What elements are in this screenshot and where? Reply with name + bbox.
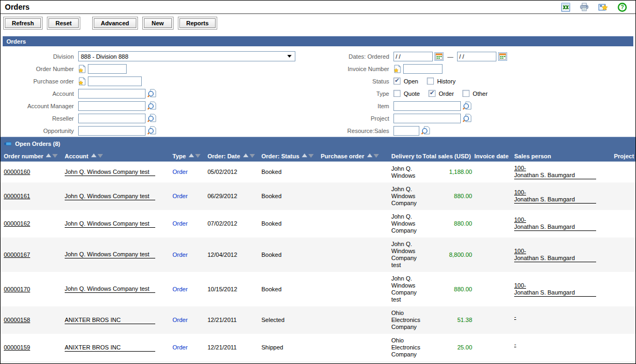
type-link[interactable]: Order xyxy=(172,169,188,175)
filter-section-header: Orders xyxy=(3,36,633,46)
sort-icons[interactable] xyxy=(91,153,103,158)
purchase-order-cell xyxy=(320,162,390,183)
account-link[interactable]: John Q. Windows Company test xyxy=(65,251,155,258)
lookup-icon[interactable] xyxy=(462,114,472,123)
lookup-icon[interactable] xyxy=(147,126,156,135)
type-other-checkbox[interactable] xyxy=(462,90,469,97)
account-link[interactable]: John Q. Windows Company test xyxy=(65,193,155,200)
division-select[interactable]: 888 - Division 888 xyxy=(78,51,295,61)
new-button[interactable]: New xyxy=(144,18,172,28)
order-number-link[interactable]: 00000159 xyxy=(4,344,30,351)
date-to-input[interactable] xyxy=(457,52,496,61)
type-quote-checkbox[interactable] xyxy=(393,90,400,97)
sales-person-link[interactable]: - xyxy=(514,341,612,355)
account-link[interactable]: ANIXTER BROS INC xyxy=(65,317,155,324)
sales-person-link[interactable]: - xyxy=(514,313,612,327)
order-number-link[interactable]: 00000161 xyxy=(4,193,30,199)
total-sales-cell: 1,188.00 xyxy=(421,162,473,183)
sort-desc-icon xyxy=(374,154,379,158)
sales-person-link[interactable]: 100-Jonathan S. Baumgard xyxy=(514,248,612,262)
account-link[interactable]: John Q. Windows Company test xyxy=(65,169,155,176)
type-link[interactable]: Order xyxy=(172,286,188,292)
reseller-input[interactable] xyxy=(78,114,146,123)
order-date-cell: 11/29/2012 xyxy=(206,361,260,364)
table-header-row: Order number Account Type Order: Date Or… xyxy=(1,150,635,162)
delivery-to-cell: 22nd Century Enterprises xyxy=(390,361,421,364)
total-sales-cell: 51.38 xyxy=(421,306,473,334)
table-row: 00000162 John Q. Windows Company test Or… xyxy=(1,210,635,237)
order-number-link[interactable]: 00000170 xyxy=(4,286,30,292)
type-link[interactable]: Order xyxy=(172,193,188,199)
type-other-label: Other xyxy=(473,90,488,97)
lookup-icon[interactable] xyxy=(421,126,430,135)
account-link[interactable]: John Q. Windows Company test xyxy=(65,285,155,293)
delivery-to-cell: John Q. Windows xyxy=(390,162,421,183)
order-number-label: Order Number xyxy=(3,66,78,72)
purchase-order-input[interactable] xyxy=(88,76,142,86)
delivery-to-cell: John Q. Windows Company test xyxy=(390,237,421,272)
project-input[interactable] xyxy=(393,114,461,123)
recent-values-icon[interactable] xyxy=(78,77,86,86)
collapse-icon[interactable] xyxy=(4,141,11,146)
table-row: 00000161 John Q. Windows Company test Or… xyxy=(1,183,635,210)
lookup-icon[interactable] xyxy=(147,114,156,123)
recent-values-icon[interactable] xyxy=(393,65,402,73)
sales-person-link[interactable]: 100-Jonathan S. Baumgard xyxy=(514,216,612,231)
col-order-date: Order: Date xyxy=(206,150,260,162)
order-number-link[interactable]: 00000162 xyxy=(4,220,30,227)
invoice-number-input[interactable] xyxy=(403,64,443,74)
date-from-input[interactable] xyxy=(393,52,433,61)
reports-button[interactable]: Reports xyxy=(179,18,216,28)
refresh-button[interactable]: Refresh xyxy=(5,18,41,28)
col-order-number: Order number xyxy=(1,150,64,162)
order-number-link[interactable]: 00000158 xyxy=(4,317,30,323)
status-history-checkbox[interactable] xyxy=(427,78,434,85)
sales-person-link[interactable]: 100-Jonathan S. Baumgard xyxy=(514,282,612,297)
account-link[interactable]: ANIXTER BROS INC xyxy=(65,344,155,352)
lookup-icon[interactable] xyxy=(147,101,156,110)
excel-export-icon[interactable] xyxy=(561,2,570,12)
project-cell xyxy=(613,306,635,334)
sort-icons[interactable] xyxy=(189,153,201,158)
type-link[interactable]: Order xyxy=(172,344,188,351)
sort-icons[interactable] xyxy=(46,153,58,158)
order-number-link[interactable]: 00000167 xyxy=(4,251,30,258)
favorite-icon[interactable] xyxy=(598,2,608,12)
recent-values-icon[interactable] xyxy=(78,65,86,73)
order-number-input[interactable] xyxy=(88,64,127,74)
sales-person-link[interactable]: 100-Jonathan S. Baumgard xyxy=(514,165,612,179)
type-link[interactable]: Order xyxy=(172,317,188,323)
print-icon[interactable] xyxy=(579,2,589,12)
toolbar: Refresh Reset Advanced New Reports xyxy=(1,14,635,33)
lookup-icon[interactable] xyxy=(462,101,472,110)
item-input[interactable] xyxy=(393,101,461,111)
account-manager-input[interactable] xyxy=(78,101,146,111)
calendar-icon[interactable] xyxy=(498,52,507,61)
date-range-separator: — xyxy=(447,53,453,60)
reset-button[interactable]: Reset xyxy=(49,18,79,28)
opportunity-input[interactable] xyxy=(78,126,146,136)
project-label: Project xyxy=(305,115,393,122)
type-order-checkbox[interactable] xyxy=(428,90,435,97)
account-link[interactable]: John Q. Windows Company test xyxy=(65,220,155,228)
help-icon[interactable]: ? xyxy=(617,2,627,12)
col-project: Project xyxy=(613,150,635,162)
type-link[interactable]: Order xyxy=(172,251,188,258)
sort-icons[interactable] xyxy=(367,153,379,158)
sort-desc-icon xyxy=(195,154,201,158)
type-link[interactable]: Order xyxy=(172,220,188,227)
advanced-button[interactable]: Advanced xyxy=(94,18,136,28)
lookup-icon[interactable] xyxy=(147,89,156,98)
account-label: Account xyxy=(3,90,78,97)
delivery-to-cell: John Q. Windows Company xyxy=(390,183,421,210)
sort-icons[interactable] xyxy=(243,153,255,158)
status-open-checkbox[interactable] xyxy=(393,78,400,85)
resource-sales-input[interactable] xyxy=(393,126,419,136)
sales-person-link[interactable]: 100-Jonathan S. Baumgard xyxy=(514,189,612,204)
account-input[interactable] xyxy=(78,89,146,99)
order-number-link[interactable]: 00000160 xyxy=(4,169,30,175)
sort-icons[interactable] xyxy=(302,153,314,158)
table-row: 00000158 ANIXTER BROS INC Order 12/21/20… xyxy=(1,306,635,334)
calendar-icon[interactable] xyxy=(434,52,444,61)
purchase-order-cell xyxy=(320,237,390,272)
